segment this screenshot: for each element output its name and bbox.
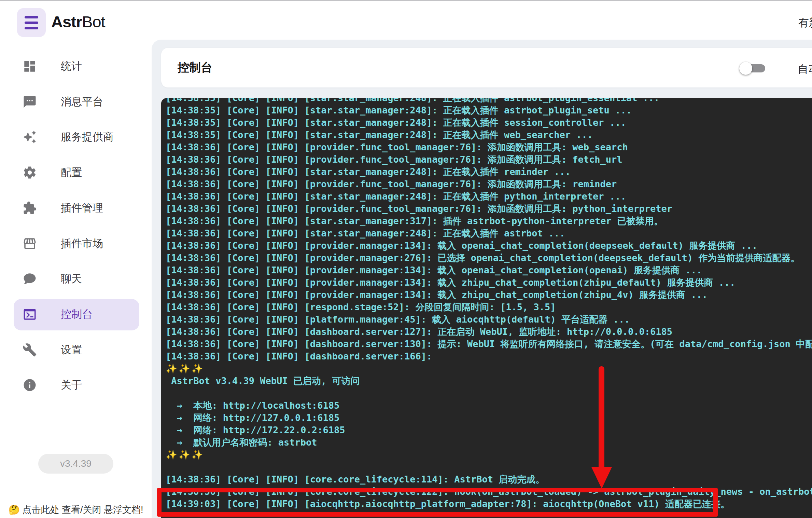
sidebar-item-label: 控制台 [61, 297, 93, 332]
sidebar-item-message-platform[interactable]: 消息平台 [0, 84, 152, 120]
sidebar-item-console[interactable]: 控制台 [0, 297, 152, 332]
store-icon [23, 236, 37, 251]
log-line: [14:38:35] [Core] [INFO] [star.star_mana… [166, 104, 812, 117]
log-line: [14:38:36] [Core] [INFO] [provider.manag… [166, 240, 812, 252]
log-line: [14:38:36] [Core] [INFO] [provider.manag… [166, 252, 812, 264]
version-badge: v3.4.39 [38, 454, 113, 474]
logo-regular-part: Bot [82, 13, 105, 31]
log-line: [14:38:35] [Core] [INFO] [star.star_mana… [166, 129, 812, 141]
log-line: [14:38:36] [Core] [INFO] [dashboard.serv… [166, 350, 812, 363]
log-line: [14:38:36] [Core] [INFO] [star.star_mana… [166, 215, 812, 227]
log-line: [14:38:36] [Core] [INFO] [star.star_mana… [166, 227, 812, 240]
log-line: [14:38:36] [Core] [INFO] [provider.func_… [166, 141, 812, 153]
wrench-icon [23, 343, 37, 357]
sidebar-item-label: 配置 [61, 155, 82, 190]
autoscroll-toggle[interactable] [739, 62, 766, 75]
sidebar: 统计 消息平台 服务提供商 配置 插件管理 插件市场 聊天 控制台 设置 关于 … [0, 40, 152, 518]
log-line: [14:38:36] [Core] [INFO] [dashboard.serv… [166, 326, 812, 338]
view-dashboard-icon [23, 59, 37, 73]
log-line: [14:39:03] [Core] [INFO] [aiocqhttp.aioc… [166, 498, 812, 510]
log-line: [14:38:36] [Core] [INFO] [core.core_life… [166, 473, 812, 486]
sidebar-item-plugin-market[interactable]: 插件市场 [0, 226, 152, 261]
log-line: → 网络: http://172.22.0.2:6185 [166, 424, 812, 436]
autoscroll-label: 自动 [798, 62, 812, 77]
sparkles-icon [23, 130, 37, 144]
hamburger-icon [25, 16, 38, 18]
sidebar-item-about[interactable]: 关于 [0, 367, 152, 403]
cog-icon [23, 165, 37, 180]
log-line: [14:38:36] [Core] [INFO] [respond.stage:… [166, 301, 812, 313]
window-top-edge [0, 0, 812, 1]
log-line [166, 461, 812, 473]
log-line: [14:38:35] [Core] [INFO] [star.star_mana… [166, 98, 812, 104]
sidebar-item-label: 消息平台 [61, 84, 103, 120]
logo-bold-part: Astr [51, 13, 82, 31]
log-line [166, 387, 812, 399]
log-line: [14:38:36] [Core] [INFO] [provider.func_… [166, 178, 812, 190]
info-icon [23, 378, 37, 392]
sidebar-item-label: 关于 [61, 367, 82, 403]
sidebar-item-plugin-management[interactable]: 插件管理 [0, 190, 152, 226]
message-icon [23, 95, 37, 109]
sidebar-item-settings[interactable]: 设置 [0, 332, 152, 368]
log-line: [14:38:36] [Core] [INFO] [provider.manag… [166, 264, 812, 276]
log-line: [14:38:36] [Core] [INFO] [provider.manag… [166, 276, 812, 289]
console-log-terminal[interactable]: [14:38:35] [Core] [INFO] [star.star_mana… [161, 98, 812, 518]
sidebar-item-service-provider[interactable]: 服务提供商 [0, 119, 152, 155]
page-title: 控制台 [178, 48, 212, 87]
log-line: ✨✨✨ [166, 449, 812, 461]
console-icon [23, 307, 37, 322]
sidebar-item-label: 插件管理 [61, 190, 103, 226]
sidebar-item-config[interactable]: 配置 [0, 155, 152, 190]
puzzle-icon [23, 201, 37, 215]
console-header-card: 控制台 [161, 48, 812, 87]
sidebar-item-label: 插件市场 [61, 226, 103, 261]
log-line: ✨✨✨ [166, 363, 812, 375]
toggle-thumb[interactable] [739, 62, 752, 75]
sidebar-item-label: 统计 [61, 49, 82, 84]
sidebar-item-label: 设置 [61, 332, 82, 368]
log-line: → 网络: http://127.0.0.1:6185 [166, 412, 812, 424]
log-line: [14:38:35] [Core] [INFO] [star.star_mana… [166, 117, 812, 129]
update-notice[interactable]: 有新 [798, 16, 812, 30]
log-line: → 本地: http://localhost:6185 [166, 399, 812, 412]
sidebar-item-stats[interactable]: 统计 [0, 49, 152, 84]
sidebar-item-chat[interactable]: 聊天 [0, 261, 152, 297]
floating-doc-toggle[interactable]: 🤔 点击此处 查看/关闭 悬浮文档! [0, 504, 152, 516]
sidebar-item-label: 服务提供商 [61, 119, 114, 155]
log-lines: [14:38:35] [Core] [INFO] [star.star_mana… [161, 98, 812, 510]
log-line: [14:38:36] [Core] [INFO] [platform.manag… [166, 313, 812, 326]
log-line: [14:38:36] [Core] [INFO] [provider.func_… [166, 153, 812, 166]
log-line: [14:38:36] [Core] [INFO] [star.star_mana… [166, 190, 812, 203]
log-line: [14:38:36] [Core] [INFO] [core.core_life… [166, 486, 812, 498]
log-line: [14:38:36] [Core] [INFO] [provider.func_… [166, 203, 812, 215]
menu-toggle-button[interactable] [17, 8, 46, 37]
chat-icon [23, 272, 37, 286]
log-line: AstrBot v3.4.39 WebUI 已启动, 可访问 [166, 375, 812, 387]
log-line: [14:38:36] [Core] [INFO] [dashboard.serv… [166, 338, 812, 350]
log-line: → 默认用户名和密码: astrbot [166, 436, 812, 449]
log-line: [14:38:36] [Core] [INFO] [star.star_mana… [166, 166, 812, 178]
sidebar-item-label: 聊天 [61, 261, 82, 297]
app-logo: AstrBot [51, 12, 105, 31]
log-line: [14:38:36] [Core] [INFO] [provider.manag… [166, 289, 812, 301]
